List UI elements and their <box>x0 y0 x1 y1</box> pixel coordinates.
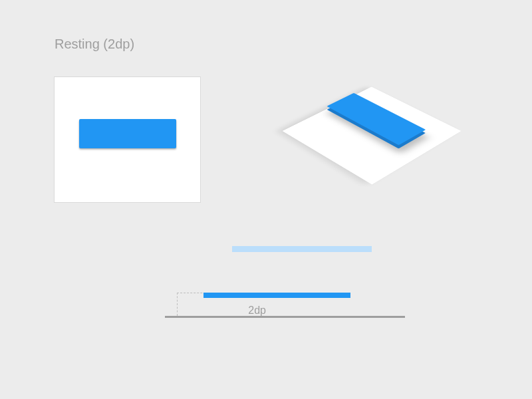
side-elevated-bar <box>203 293 350 298</box>
isometric-view <box>255 33 484 206</box>
callout-dash-left <box>177 293 178 316</box>
side-ground-line <box>165 316 405 318</box>
elevation-diagram: Resting (2dp) 2dp <box>0 0 532 399</box>
flat-view-button <box>79 119 176 148</box>
elevation-label: 2dp <box>213 305 266 317</box>
diagram-title: Resting (2dp) <box>55 37 134 52</box>
side-view <box>154 246 406 339</box>
side-surface-bar <box>232 246 372 252</box>
